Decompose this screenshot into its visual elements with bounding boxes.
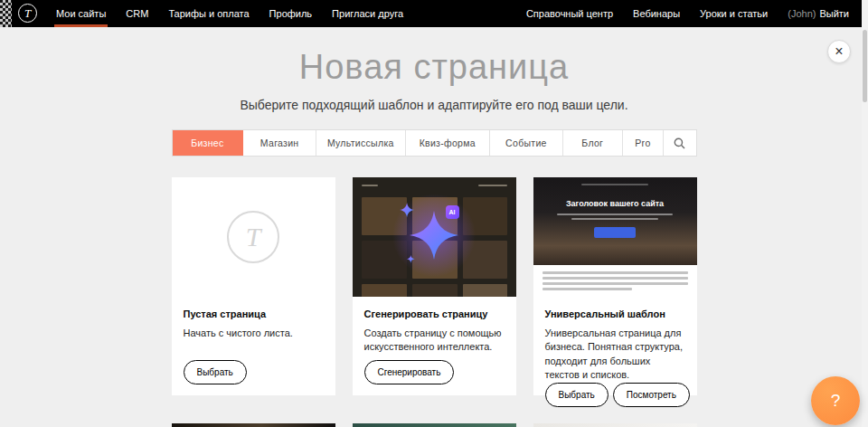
nav-my-sites[interactable]: Мои сайты (46, 0, 116, 27)
select-template-button[interactable]: Выбрать (545, 383, 609, 407)
page-subtitle: Выберите подходящий шаблон и адаптируйте… (0, 98, 868, 112)
tilda-mark-icon: T (227, 211, 279, 263)
nav-lessons-articles[interactable]: Уроки и статьи (690, 0, 778, 27)
tab-search[interactable] (664, 130, 695, 156)
card-ai-generate: AI Сгенерировать страницу Создать страни… (353, 177, 516, 395)
tab-business[interactable]: Бизнес (173, 130, 244, 156)
tab-multilink[interactable]: Мультиссылка (316, 130, 405, 156)
question-mark-icon: ? (831, 391, 841, 411)
universal-template-preview[interactable]: Заголовок вашего сайта (533, 177, 697, 297)
page-title: Новая страница (0, 47, 868, 87)
new-page-dialog: × Новая страница Выберите подходящий шаб… (0, 27, 868, 427)
template-category-tabs: Бизнес Магазин Мультиссылка Квиз-форма С… (172, 129, 697, 157)
close-button[interactable]: × (827, 40, 851, 63)
tab-pro[interactable]: Pro (623, 130, 664, 156)
preview-text-block (533, 265, 697, 297)
tilda-logo[interactable]: T (18, 4, 37, 23)
template-preview[interactable] (353, 423, 516, 427)
card-buttons: Выбрать (184, 360, 324, 384)
logout-label: Выйти (819, 8, 849, 19)
scrollbar[interactable] (862, 0, 868, 427)
template-cards-row: T Пустая страница Начать с чистого листа… (172, 177, 697, 395)
template-preview[interactable] (533, 423, 697, 427)
topbar-nav-right: Справочный центр Вебинары Уроки и статьи… (516, 0, 868, 27)
nav-crm[interactable]: CRM (116, 0, 158, 27)
nav-profile[interactable]: Профиль (259, 0, 323, 27)
preview-caption-line (557, 214, 673, 215)
preview-text-line (542, 271, 688, 274)
tab-quiz-form[interactable]: Квиз-форма (406, 130, 491, 156)
close-icon: × (835, 43, 843, 60)
scrollbar-thumb[interactable] (863, 30, 867, 102)
card-description: Универсальная страница для бизнеса. Поня… (545, 327, 685, 383)
tab-blog[interactable]: Блог (563, 130, 623, 156)
card-body: Пустая страница Начать с чистого листа. … (172, 297, 335, 395)
search-icon (674, 138, 685, 149)
preview-cta-button (594, 227, 636, 238)
preview-menu-bar (581, 184, 648, 185)
preview-hero: Заголовок вашего сайта (533, 177, 697, 265)
card-buttons: Выбрать Посмотреть (545, 383, 685, 407)
user-name: (John) (788, 8, 816, 19)
card-title: Сгенерировать страницу (364, 308, 505, 319)
view-template-button[interactable]: Посмотреть (613, 383, 690, 407)
topbar-nav-left: Мои сайты CRM Тарифы и оплата Профиль Пр… (46, 0, 413, 27)
preview-text-line (542, 288, 633, 290)
more-templates-row (172, 423, 697, 427)
preview-text-line (542, 277, 688, 280)
card-title: Пустая страница (184, 308, 324, 319)
preview-caption-line (571, 218, 658, 220)
blank-page-preview[interactable]: T (172, 177, 335, 297)
generate-button[interactable]: Сгенерировать (364, 360, 455, 384)
nav-tariffs-payment[interactable]: Тарифы и оплата (158, 0, 259, 27)
nav-logout[interactable]: (John) Выйти (778, 0, 859, 27)
topbar: T Мои сайты CRM Тарифы и оплата Профиль … (0, 0, 868, 27)
card-blank-page: T Пустая страница Начать с чистого листа… (172, 177, 335, 395)
pattern-decoration (0, 0, 12, 27)
card-buttons: Сгенерировать (364, 360, 505, 384)
preview-heading: Заголовок вашего сайта (566, 199, 664, 208)
card-body: Сгенерировать страницу Создать страницу … (353, 297, 516, 395)
card-title: Универсальный шаблон (545, 308, 685, 319)
nav-help-center[interactable]: Справочный центр (516, 0, 623, 27)
card-description: Создать страницу с помощью искусственног… (364, 327, 505, 355)
tilda-logo-letter: T (24, 6, 31, 21)
tilda-mark-letter: T (246, 222, 261, 252)
card-universal-template: Заголовок вашего сайта Универсальный шаб… (533, 177, 697, 395)
tab-event[interactable]: Событие (490, 130, 563, 156)
nav-invite-friend[interactable]: Пригласи друга (322, 0, 413, 27)
ai-generate-preview[interactable]: AI (353, 177, 516, 297)
ai-sparkle-icon (353, 177, 516, 297)
nav-webinars[interactable]: Вебинары (623, 0, 690, 27)
tab-shop[interactable]: Магазин (243, 130, 316, 156)
card-description: Начать с чистого листа. (184, 327, 324, 340)
help-button[interactable]: ? (811, 376, 860, 425)
preview-text-line (542, 282, 688, 285)
template-preview[interactable] (172, 423, 335, 427)
select-blank-button[interactable]: Выбрать (184, 360, 247, 384)
card-body: Универсальный шаблон Универсальная стран… (533, 297, 697, 418)
ai-badge: AI (446, 205, 459, 219)
